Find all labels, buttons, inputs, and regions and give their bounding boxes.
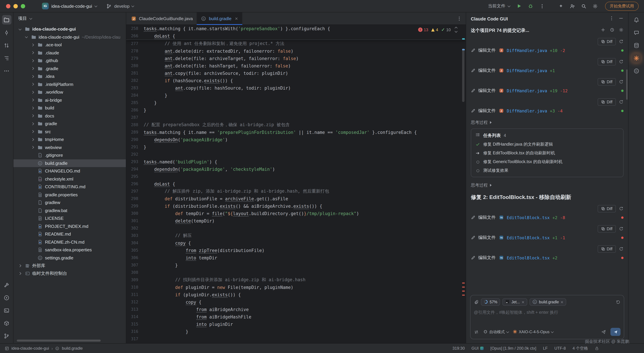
code-line[interactable]: 299 if (distributionFile.exists() && aiB… [126, 202, 466, 210]
code-line[interactable]: 315 into pluginDir [126, 320, 466, 328]
refresh-icon[interactable] [619, 100, 624, 104]
version-control-tool-button[interactable] [2, 331, 11, 340]
chevron-down-icon[interactable] [455, 30, 458, 33]
invite-user-icon[interactable] [569, 3, 576, 10]
code-line[interactable]: 314 from aiBridgeHashFile [126, 313, 466, 320]
tree-item[interactable]: </>checkstyle.xml [14, 175, 126, 183]
tree-item[interactable]: gradle.properties [14, 191, 126, 199]
commit-tool-button[interactable] [2, 28, 11, 37]
editor-vertical-scrollbar[interactable] [462, 48, 464, 102]
chevron-down-icon[interactable] [25, 36, 28, 38]
code-line[interactable]: 308 [126, 269, 466, 276]
status-breadcrumb[interactable]: idea-claude-code-gui › G build.gradle [5, 346, 83, 351]
model-context-widget[interactable]: [Opus] [1.9m / 200.0k ctx] [490, 346, 536, 351]
tree-item[interactable]: .workflow [14, 88, 126, 96]
code-line[interactable]: 279 ant.delete(file: archiveTarget, fail… [126, 55, 466, 62]
code-line[interactable]: 301 delete(tempDir) [126, 217, 466, 224]
tree-item[interactable]: Gsettings.gradle [14, 254, 126, 262]
tree-item[interactable]: i.gitignore [14, 151, 126, 159]
task-list-header[interactable]: 任务列表 4 [475, 132, 619, 138]
indent-widget[interactable]: 4 个空格 [572, 346, 588, 351]
task-item[interactable]: 修复 EditToolBlock.tsx 的自动刷新时机 [475, 150, 619, 156]
chevron-right-icon[interactable] [31, 122, 34, 125]
tree-item[interactable]: .idea [14, 72, 126, 80]
project-widget[interactable]: IG idea-claude-code-gui [42, 3, 97, 10]
tree-item[interactable]: .intellijPlatform [14, 80, 126, 88]
search-icon[interactable] [580, 3, 587, 10]
code-line[interactable]: 294 dependsOn('packageAiBridge', 'checks… [126, 166, 466, 173]
diff-button[interactable]: Diff [598, 225, 616, 232]
session-settings-icon[interactable] [619, 28, 624, 34]
edited-file-name[interactable]: EditToolBlock.tsx [507, 235, 550, 240]
refresh-icon[interactable] [619, 80, 624, 84]
tree-item[interactable]: .claude [14, 49, 126, 57]
chevron-down-icon[interactable] [19, 28, 22, 30]
editor-tab[interactable]: JClaudeCodeGuiBundle.java [127, 12, 197, 24]
tree-item[interactable]: ai-bridge [14, 96, 126, 104]
gui-plugin-widget[interactable]: GUI [472, 346, 484, 351]
ai-chat-tool-button[interactable] [632, 28, 641, 37]
attach-file-icon[interactable] [474, 300, 478, 304]
gradle-tool-button[interactable]: G [632, 66, 641, 76]
terminal-tool-button[interactable] [2, 306, 11, 315]
tree-item[interactable]: gradlew.bat [14, 206, 126, 214]
code-line[interactable]: 311 if (pluginDir.exists()) { [126, 291, 466, 298]
code-line[interactable]: 278 ant.delete(dir: extractedDir, failon… [126, 47, 466, 55]
run-config-selector[interactable]: 当前文件 [488, 3, 510, 9]
task-item[interactable]: 修复 DiffHandler.java 的文件刷新逻辑 [475, 142, 619, 147]
zoom-window-button[interactable] [21, 4, 25, 8]
editor-tab[interactable]: Gbuild.gradle [197, 12, 242, 24]
task-item[interactable]: 修复 GenericToolBlock.tsx 的自动刷新时机 [475, 159, 619, 165]
code-line[interactable]: 288// 配置 prepareSandbox 之后的任务，确保 ai-brid… [126, 121, 466, 128]
code-line[interactable]: 291} [126, 143, 466, 151]
database-tool-button[interactable] [632, 40, 641, 50]
refresh-icon[interactable] [619, 60, 624, 64]
tree-item[interactable]: .ace-tool [14, 41, 126, 49]
switch-session-icon[interactable] [474, 329, 479, 334]
tree-item[interactable]: tmpHome [14, 136, 126, 144]
chevron-right-icon[interactable] [31, 99, 34, 102]
panel-more-icon[interactable] [609, 16, 614, 22]
context-chip[interactable]: Jet... [502, 298, 527, 306]
code-line[interactable]: 316 } [126, 328, 466, 335]
chevron-up-icon[interactable] [455, 27, 458, 30]
code-line[interactable]: 295 [126, 173, 466, 180]
code-line[interactable]: 287 [126, 114, 466, 121]
close-window-button[interactable] [6, 4, 10, 8]
edited-file-name[interactable]: DiffHandler.java [507, 68, 547, 73]
tree-item[interactable]: idea-claude-code-gui~/Desktop/idea-clau [14, 33, 126, 41]
panel-vertical-scrollbar[interactable] [626, 70, 628, 100]
tree-item[interactable]: Gbuild.gradle [14, 159, 126, 167]
code-line[interactable]: 317 [126, 335, 466, 342]
code-line[interactable]: 300 def tempDir = file("${layout.buildDi… [126, 210, 466, 217]
code-line[interactable]: 306 into tempDir [126, 254, 466, 262]
warning-count[interactable]: 4 [431, 27, 438, 32]
trial-button[interactable]: 开始免费试用 [605, 2, 639, 10]
code-line[interactable]: 286} [126, 106, 466, 114]
model-selector[interactable]: XAIO-C-4-5-Opus [513, 329, 553, 334]
close-tab-icon[interactable] [234, 16, 238, 20]
chevron-right-icon[interactable] [31, 146, 34, 149]
settings-icon[interactable] [592, 3, 598, 10]
code-line[interactable]: 305 from zipTree(distributionFile) [126, 247, 466, 254]
tree-item[interactable]: build [14, 104, 126, 112]
build-tool-button[interactable] [2, 280, 11, 290]
code-line[interactable]: 289tasks.matching { it.name == 'prepareP… [126, 128, 466, 136]
code-line[interactable]: 290 dependsOn('packageAiBridge') [126, 136, 466, 143]
task-item[interactable]: 测试修复效果 [475, 168, 619, 174]
tree-item[interactable]: gradle [14, 120, 126, 128]
chat-input-box[interactable]: 57%Jet...Gbuild.gradle @引用文件，#唤起智能体，shif… [470, 295, 624, 339]
run-tool-button[interactable] [2, 293, 11, 302]
chevron-right-icon[interactable] [31, 83, 34, 86]
line-separator-widget[interactable]: LF [543, 346, 548, 351]
restore-input-icon[interactable] [616, 300, 620, 304]
tree-horizontal-scrollbar[interactable] [17, 340, 101, 342]
code-line[interactable]: 312 copy { [126, 298, 466, 306]
run-button[interactable] [516, 3, 522, 10]
refresh-icon[interactable] [619, 226, 624, 231]
code-line[interactable]: 313 from aiBridgeArchive [126, 306, 466, 313]
breadcrumb-file[interactable]: build.gradle [62, 346, 83, 351]
thinking-toggle[interactable]: 思考过程 [471, 118, 624, 127]
code-line[interactable]: 304 copy { [126, 239, 466, 247]
code-line[interactable]: 297 // 解压插件 zip, 添加 ai-bridge.zip 和 ai-b… [126, 188, 466, 195]
